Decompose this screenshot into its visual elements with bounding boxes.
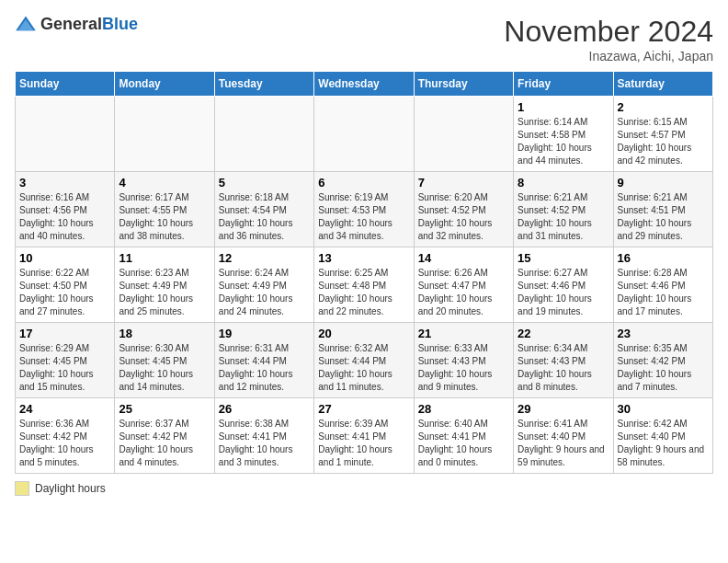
legend-label: Daylight hours (35, 482, 106, 495)
calendar-cell: 23Sunrise: 6:35 AM Sunset: 4:42 PM Dayli… (613, 323, 712, 398)
day-number: 15 (518, 251, 609, 265)
day-info: Sunrise: 6:32 AM Sunset: 4:44 PM Dayligh… (318, 342, 409, 394)
day-info: Sunrise: 6:38 AM Sunset: 4:41 PM Dayligh… (219, 418, 310, 469)
day-of-week-wednesday: Wednesday (314, 72, 414, 97)
calendar-cell: 7Sunrise: 6:20 AM Sunset: 4:52 PM Daylig… (414, 172, 513, 247)
calendar-cell (115, 97, 214, 172)
day-number: 2 (618, 100, 709, 114)
calendar-cell: 9Sunrise: 6:21 AM Sunset: 4:51 PM Daylig… (613, 172, 712, 247)
title-area: November 2024 Inazawa, Aichi, Japan (504, 15, 713, 63)
calendar-cell: 19Sunrise: 6:31 AM Sunset: 4:44 PM Dayli… (214, 323, 313, 398)
calendar-cell: 12Sunrise: 6:24 AM Sunset: 4:49 PM Dayli… (214, 247, 313, 323)
day-number: 16 (618, 251, 709, 265)
calendar-cell: 18Sunrise: 6:30 AM Sunset: 4:45 PM Dayli… (115, 323, 214, 398)
calendar-cell: 27Sunrise: 6:39 AM Sunset: 4:41 PM Dayli… (314, 398, 414, 474)
legend-box (15, 481, 29, 496)
calendar-cell: 13Sunrise: 6:25 AM Sunset: 4:48 PM Dayli… (314, 247, 414, 323)
header: GeneralBlue November 2024 Inazawa, Aichi… (15, 15, 713, 63)
day-of-week-friday: Friday (514, 72, 613, 97)
day-number: 12 (219, 251, 310, 265)
day-info: Sunrise: 6:17 AM Sunset: 4:55 PM Dayligh… (119, 191, 210, 243)
week-row-4: 24Sunrise: 6:36 AM Sunset: 4:42 PM Dayli… (16, 398, 713, 474)
day-info: Sunrise: 6:37 AM Sunset: 4:42 PM Dayligh… (119, 418, 210, 469)
day-info: Sunrise: 6:21 AM Sunset: 4:51 PM Dayligh… (618, 191, 709, 243)
calendar-cell: 30Sunrise: 6:42 AM Sunset: 4:40 PM Dayli… (613, 398, 712, 474)
day-info: Sunrise: 6:14 AM Sunset: 4:58 PM Dayligh… (518, 116, 609, 167)
logo: GeneralBlue (15, 15, 138, 33)
day-info: Sunrise: 6:29 AM Sunset: 4:45 PM Dayligh… (19, 342, 110, 394)
day-info: Sunrise: 6:33 AM Sunset: 4:43 PM Dayligh… (418, 342, 509, 394)
day-info: Sunrise: 6:23 AM Sunset: 4:49 PM Dayligh… (119, 267, 210, 318)
day-info: Sunrise: 6:27 AM Sunset: 4:46 PM Dayligh… (518, 267, 609, 318)
day-of-week-monday: Monday (115, 72, 214, 97)
day-info: Sunrise: 6:15 AM Sunset: 4:57 PM Dayligh… (618, 116, 709, 167)
day-info: Sunrise: 6:22 AM Sunset: 4:50 PM Dayligh… (19, 267, 110, 318)
header-row: SundayMondayTuesdayWednesdayThursdayFrid… (16, 72, 713, 97)
week-row-2: 10Sunrise: 6:22 AM Sunset: 4:50 PM Dayli… (16, 247, 713, 323)
day-number: 17 (19, 327, 110, 340)
day-number: 5 (219, 176, 310, 190)
calendar-cell (16, 97, 115, 172)
calendar-cell: 3Sunrise: 6:16 AM Sunset: 4:56 PM Daylig… (16, 172, 115, 247)
day-number: 22 (518, 327, 609, 340)
logo-icon (15, 15, 37, 33)
day-info: Sunrise: 6:21 AM Sunset: 4:52 PM Dayligh… (518, 191, 609, 243)
calendar-cell: 25Sunrise: 6:37 AM Sunset: 4:42 PM Dayli… (115, 398, 214, 474)
calendar-cell: 28Sunrise: 6:40 AM Sunset: 4:41 PM Dayli… (414, 398, 513, 474)
calendar-cell: 1Sunrise: 6:14 AM Sunset: 4:58 PM Daylig… (514, 97, 613, 172)
day-number: 20 (318, 327, 409, 340)
logo-text-blue: Blue (102, 15, 138, 33)
day-number: 6 (318, 176, 409, 190)
calendar-cell: 21Sunrise: 6:33 AM Sunset: 4:43 PM Dayli… (414, 323, 513, 398)
day-info: Sunrise: 6:20 AM Sunset: 4:52 PM Dayligh… (418, 191, 509, 243)
calendar-cell: 10Sunrise: 6:22 AM Sunset: 4:50 PM Dayli… (16, 247, 115, 323)
day-number: 7 (418, 176, 509, 190)
day-number: 27 (318, 402, 409, 416)
day-info: Sunrise: 6:24 AM Sunset: 4:49 PM Dayligh… (219, 267, 310, 318)
day-number: 14 (418, 251, 509, 265)
day-info: Sunrise: 6:25 AM Sunset: 4:48 PM Dayligh… (318, 267, 409, 318)
day-number: 18 (119, 327, 210, 340)
day-info: Sunrise: 6:18 AM Sunset: 4:54 PM Dayligh… (219, 191, 310, 243)
day-number: 21 (418, 327, 509, 340)
calendar-header: SundayMondayTuesdayWednesdayThursdayFrid… (16, 72, 713, 97)
calendar-cell: 17Sunrise: 6:29 AM Sunset: 4:45 PM Dayli… (16, 323, 115, 398)
day-of-week-sunday: Sunday (16, 72, 115, 97)
calendar-cell: 8Sunrise: 6:21 AM Sunset: 4:52 PM Daylig… (514, 172, 613, 247)
day-of-week-saturday: Saturday (613, 72, 712, 97)
day-info: Sunrise: 6:35 AM Sunset: 4:42 PM Dayligh… (618, 342, 709, 394)
day-number: 19 (219, 327, 310, 340)
day-number: 29 (518, 402, 609, 416)
subtitle: Inazawa, Aichi, Japan (504, 49, 713, 63)
calendar-cell: 22Sunrise: 6:34 AM Sunset: 4:43 PM Dayli… (514, 323, 613, 398)
calendar-cell (414, 97, 513, 172)
day-number: 1 (518, 100, 609, 114)
day-number: 4 (119, 176, 210, 190)
calendar-cell: 15Sunrise: 6:27 AM Sunset: 4:46 PM Dayli… (514, 247, 613, 323)
day-number: 24 (19, 402, 110, 416)
day-number: 28 (418, 402, 509, 416)
day-info: Sunrise: 6:28 AM Sunset: 4:46 PM Dayligh… (618, 267, 709, 318)
day-number: 25 (119, 402, 210, 416)
calendar-cell: 26Sunrise: 6:38 AM Sunset: 4:41 PM Dayli… (214, 398, 313, 474)
calendar-cell: 14Sunrise: 6:26 AM Sunset: 4:47 PM Dayli… (414, 247, 513, 323)
calendar-cell: 29Sunrise: 6:41 AM Sunset: 4:40 PM Dayli… (514, 398, 613, 474)
day-info: Sunrise: 6:16 AM Sunset: 4:56 PM Dayligh… (19, 191, 110, 243)
day-info: Sunrise: 6:31 AM Sunset: 4:44 PM Dayligh… (219, 342, 310, 394)
calendar-cell: 11Sunrise: 6:23 AM Sunset: 4:49 PM Dayli… (115, 247, 214, 323)
day-number: 9 (618, 176, 709, 190)
day-number: 3 (19, 176, 110, 190)
day-of-week-thursday: Thursday (414, 72, 513, 97)
day-info: Sunrise: 6:41 AM Sunset: 4:40 PM Dayligh… (518, 418, 609, 469)
week-row-0: 1Sunrise: 6:14 AM Sunset: 4:58 PM Daylig… (16, 97, 713, 172)
day-info: Sunrise: 6:34 AM Sunset: 4:43 PM Dayligh… (518, 342, 609, 394)
day-info: Sunrise: 6:30 AM Sunset: 4:45 PM Dayligh… (119, 342, 210, 394)
day-info: Sunrise: 6:36 AM Sunset: 4:42 PM Dayligh… (19, 418, 110, 469)
day-info: Sunrise: 6:19 AM Sunset: 4:53 PM Dayligh… (318, 191, 409, 243)
calendar-cell: 16Sunrise: 6:28 AM Sunset: 4:46 PM Dayli… (613, 247, 712, 323)
day-number: 10 (19, 251, 110, 265)
day-info: Sunrise: 6:42 AM Sunset: 4:40 PM Dayligh… (618, 418, 709, 469)
calendar-cell: 6Sunrise: 6:19 AM Sunset: 4:53 PM Daylig… (314, 172, 414, 247)
day-info: Sunrise: 6:39 AM Sunset: 4:41 PM Dayligh… (318, 418, 409, 469)
calendar-cell (314, 97, 414, 172)
